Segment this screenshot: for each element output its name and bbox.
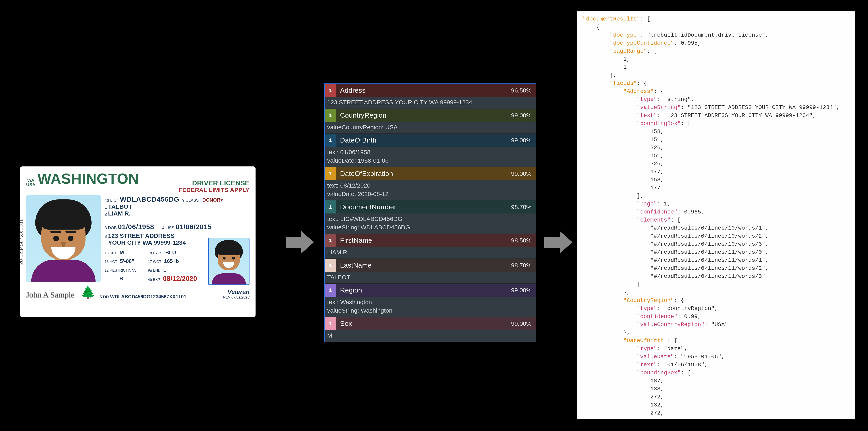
signature: John A Sample (26, 290, 74, 300)
issue-date: 01/06/2015 (176, 223, 212, 231)
svg-marker-0 (286, 231, 314, 254)
json-output-panel: "documentResults": [ { "docType": "prebu… (577, 11, 855, 419)
col-physical-2: 18 EYES BLU 17 WGT 165 lb 9a END L 4b EX… (148, 248, 197, 284)
arrow-right-icon (544, 230, 572, 254)
field-tag: 1 (325, 234, 336, 247)
field-confidence: 96.50% (511, 87, 536, 94)
field-header: 1Region99.00% (325, 284, 536, 297)
side-serial: 20 1234567XX1101 (19, 219, 24, 265)
field-confidence: 99.00% (511, 137, 536, 144)
svg-marker-1 (544, 231, 572, 254)
donor-label: DONOR (203, 197, 220, 203)
field-tag: 1 (325, 317, 336, 330)
field-name: Address (336, 87, 511, 94)
field-confidence: 99.00% (511, 287, 536, 294)
tree-icon: 🌲 (81, 285, 96, 300)
field-name: DocumentNumber (336, 203, 511, 211)
field-name: DateOfExpiration (336, 170, 511, 177)
field-tag: 1 (325, 200, 336, 213)
field-tag: 1 (325, 284, 336, 297)
field-header: 1CountryRegion99.00% (325, 109, 536, 122)
license-title: DRIVER LICENSE (192, 176, 249, 187)
field-value: TALBOT (325, 272, 536, 284)
field-value: M (325, 330, 536, 342)
dd-value: WDLABCD456DG1234567XX1101 (110, 294, 186, 299)
field-header: 1DateOfBirth99.00% (325, 134, 536, 147)
heart-icon: ♥ (220, 198, 223, 203)
field-header: 1FirstName98.50% (325, 234, 536, 247)
field-confidence: 98.50% (511, 237, 536, 244)
field-header: 1Address96.50% (325, 84, 536, 97)
field-value: text: 01/06/1958valueDate: 1958-01-06 (325, 147, 536, 167)
field-value: LIAM R. (325, 247, 536, 259)
field-name: Region (336, 286, 511, 294)
field-confidence: 99.00% (511, 320, 536, 327)
license-number: WDLABCD456DG (120, 195, 179, 203)
last-name: TALBOT (108, 203, 132, 210)
veteran-label: Veteran (223, 289, 249, 295)
field-header: 1LastName98.70% (325, 259, 536, 272)
address-line2: YOUR CITY WA 99999-1234 (108, 239, 186, 246)
field-tag: 1 (325, 259, 336, 272)
field-tag: 1 (325, 167, 336, 180)
field-confidence: 99.00% (511, 112, 536, 119)
field-tag: 1 (325, 109, 336, 122)
field-tag: 1 (325, 134, 336, 147)
field-confidence: 98.70% (511, 262, 536, 269)
field-value: 123 STREET ADDRESS YOUR CITY WA 99999-12… (325, 97, 536, 109)
first-name: LIAM R. (108, 210, 131, 217)
field-name: LastName (336, 261, 511, 269)
field-name: DateOfBirth (336, 136, 511, 144)
expiry-date: 08/12/2020 (163, 275, 197, 282)
field-header: 1DateOfExpiration99.00% (325, 167, 536, 180)
field-header: 1DocumentNumber98.70% (325, 200, 536, 213)
dob: 01/06/1958 (118, 223, 154, 231)
state-abbrev: WA USA (26, 178, 35, 187)
field-tag: 1 (325, 84, 336, 97)
field-header: 1Sex99.00% (325, 317, 536, 330)
rev-label: REV 07/01/2018 (223, 295, 249, 300)
field-value: text: LIC#WDLABCD456DGvalueString: WDLAB… (325, 213, 536, 234)
license-photo (26, 195, 101, 282)
driver-license-card: 20 1234567XX1101 WA USA WASHINGTON DRIVE… (20, 166, 255, 317)
field-value: valueCountryRegion: USA (325, 122, 536, 134)
field-name: Sex (336, 320, 511, 328)
field-value: text: WashingtonvalueString: Washington (325, 297, 536, 317)
ghost-photo (208, 238, 249, 285)
address-line1: 123 STREET ADDRESS (108, 232, 175, 239)
state-name: WASHINGTON (37, 170, 139, 187)
arrow-right-icon (286, 230, 314, 254)
col-physical-1: 15 SEX M 16 HGT 5'-08" 12 RESTRICTIONS B (105, 248, 138, 284)
field-confidence: 98.70% (511, 204, 536, 210)
field-value: text: 08/12/2020valueDate: 2020-08-12 (325, 180, 536, 200)
field-confidence: 99.00% (511, 170, 536, 177)
license-info: 4d LIC# WDLABCD456DG 9 CLASS DONOR ♥ 1 T… (105, 195, 249, 284)
field-name: FirstName (336, 236, 511, 244)
federal-limits: FEDERAL LIMITS APPLY (26, 187, 249, 193)
field-name: CountryRegion (336, 111, 511, 119)
fields-panel: 1Address96.50%123 STREET ADDRESS YOUR CI… (324, 84, 536, 342)
